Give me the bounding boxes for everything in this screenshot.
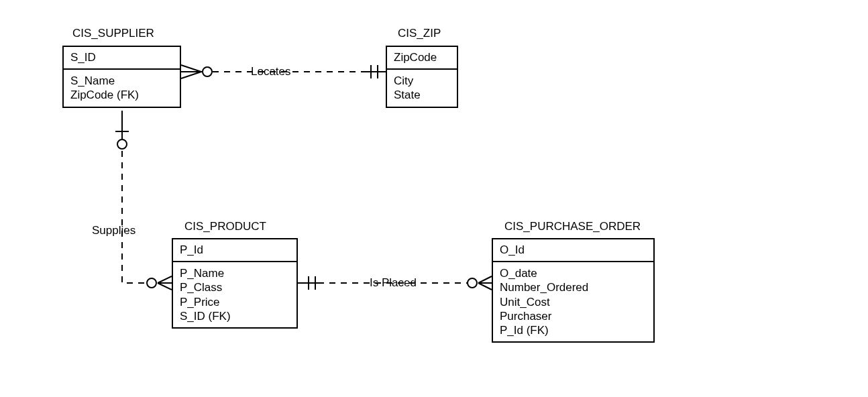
rel-label-supplies: Supplies	[91, 224, 137, 237]
svg-line-12	[158, 276, 172, 283]
svg-point-9	[117, 139, 127, 149]
svg-line-3	[181, 72, 201, 78]
entity-title-order: CIS_PURCHASE_ORDER	[504, 220, 641, 233]
rel-label-isplaced: Is Placed	[368, 276, 418, 290]
entity-supplier-attrs: S_Name ZipCode (FK)	[64, 70, 180, 107]
rel-supplies	[115, 111, 172, 290]
entity-supplier: S_ID S_Name ZipCode (FK)	[62, 46, 181, 108]
svg-point-19	[468, 278, 477, 288]
entity-product: P_Id P_Name P_Class P_Price S_ID (FK)	[172, 238, 298, 329]
svg-line-22	[478, 283, 492, 290]
entity-order-pk: O_Id	[493, 239, 653, 262]
entity-zip-attrs: City State	[387, 70, 457, 107]
entity-zip-pk: ZipCode	[387, 47, 457, 70]
entity-title-supplier: CIS_SUPPLIER	[72, 27, 154, 40]
svg-line-1	[181, 65, 201, 72]
entity-product-pk: P_Id	[173, 239, 296, 262]
entity-zip: ZipCode City State	[386, 46, 458, 108]
entity-title-zip: CIS_ZIP	[398, 27, 441, 40]
entity-order-attrs: O_date Number_Ordered Unit_Cost Purchase…	[493, 262, 653, 341]
entity-product-attrs: P_Name P_Class P_Price S_ID (FK)	[173, 262, 296, 327]
svg-line-14	[158, 283, 172, 290]
entity-title-product: CIS_PRODUCT	[184, 220, 266, 233]
svg-point-4	[203, 67, 212, 76]
svg-line-20	[478, 276, 492, 283]
entity-supplier-pk: S_ID	[64, 47, 180, 70]
entity-order: O_Id O_date Number_Ordered Unit_Cost Pur…	[492, 238, 655, 343]
svg-point-11	[147, 278, 156, 288]
rel-label-locates: Locates	[250, 65, 292, 78]
